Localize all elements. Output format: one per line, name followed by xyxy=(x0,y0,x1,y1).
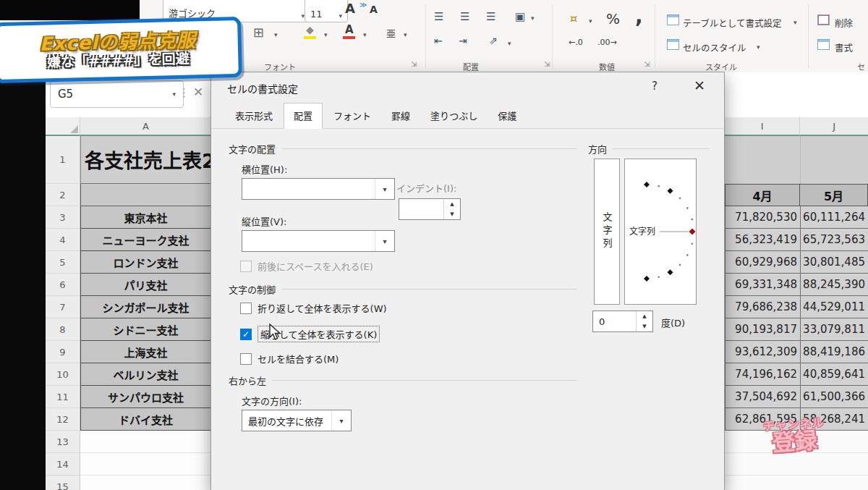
chevron-down-icon[interactable]: ▾ xyxy=(531,14,535,22)
percent-style-icon[interactable]: % xyxy=(606,10,620,28)
chevron-down-icon[interactable]: ▾ xyxy=(331,410,351,431)
row-number[interactable]: 1 xyxy=(46,136,80,184)
value-cell[interactable]: 90,193,817 xyxy=(725,318,800,341)
increase-decimal-icon[interactable]: ←.0 xyxy=(569,38,583,47)
merge-center-icon[interactable]: ▣ xyxy=(515,10,525,23)
ruby-phonetic-icon[interactable]: 亜 xyxy=(386,26,396,40)
title-cell[interactable]: 各支社売上表2 xyxy=(80,136,211,184)
tab-protection[interactable]: 保護 xyxy=(488,104,526,128)
tab-border[interactable]: 罫線 xyxy=(382,104,420,128)
empty-cell[interactable] xyxy=(725,476,800,490)
row-number[interactable]: 12 xyxy=(46,408,80,431)
chevron-down-icon[interactable]: ▾ xyxy=(363,31,367,38)
format-as-table-button[interactable]: テーブルとして書式設定 xyxy=(683,16,781,30)
vertical-text-preview[interactable]: 文字列 xyxy=(594,159,620,305)
tab-fill[interactable]: 塗りつぶし xyxy=(421,104,487,128)
indent-stepper[interactable]: ▲▼ xyxy=(399,198,461,220)
company-cell[interactable]: ベルリン支社 xyxy=(80,363,211,386)
value-cell[interactable]: 93,612,309 xyxy=(725,341,800,363)
name-box[interactable]: G5 ▾ xyxy=(50,80,184,108)
tab-number-format[interactable]: 表示形式 xyxy=(226,104,282,128)
chevron-down-icon[interactable]: ▾ xyxy=(375,179,394,199)
company-cell[interactable]: パリ支社 xyxy=(80,274,211,296)
degrees-stepper[interactable]: 0 ▲▼ xyxy=(592,311,653,332)
chevron-down-icon[interactable]: ▾ xyxy=(757,43,760,51)
row-number[interactable]: 6 xyxy=(46,274,80,296)
row-number[interactable]: 2 xyxy=(46,184,80,206)
column-header-a[interactable]: A xyxy=(80,117,211,136)
checkbox-unchecked-icon[interactable] xyxy=(240,261,252,272)
fill-color-icon[interactable]: ◆ xyxy=(306,24,314,35)
title-band-cell[interactable] xyxy=(725,136,800,184)
tab-font[interactable]: フォント xyxy=(324,104,380,128)
value-cell[interactable]: 60,929,968 xyxy=(725,251,800,274)
spin-down-icon[interactable]: ▼ xyxy=(637,321,652,331)
column-header-j[interactable]: J xyxy=(800,117,868,136)
font-color-icon[interactable]: A xyxy=(345,23,354,36)
month-header-cell[interactable]: 5月 xyxy=(800,184,868,206)
row-number[interactable]: 4 xyxy=(46,229,80,251)
cancel-icon[interactable]: ✕ xyxy=(193,85,203,99)
help-button[interactable]: ? xyxy=(652,80,658,93)
header-cell[interactable] xyxy=(80,184,211,206)
value-cell[interactable]: 61,500,366 xyxy=(800,386,868,408)
empty-cell[interactable] xyxy=(80,476,211,490)
month-header-cell[interactable]: 4月 xyxy=(725,184,800,206)
tab-alignment[interactable]: 配置 xyxy=(284,103,323,129)
text-direction-select[interactable]: 最初の文字に依存 ▾ xyxy=(242,410,352,431)
increase-indent-icon[interactable]: ⇥ xyxy=(459,35,467,46)
company-cell[interactable]: ロンドン支社 xyxy=(80,251,211,274)
checkbox-checked-icon[interactable] xyxy=(240,329,252,340)
row-number[interactable]: 9 xyxy=(46,341,80,363)
company-cell[interactable]: 上海支社 xyxy=(80,341,211,363)
value-cell[interactable]: 74,196,162 xyxy=(725,363,800,386)
decrease-decimal-icon[interactable]: .00→ xyxy=(597,38,617,47)
row-number[interactable]: 5 xyxy=(46,251,80,274)
spin-down-icon[interactable]: ▼ xyxy=(444,209,460,219)
value-cell[interactable]: 88,419,186 xyxy=(800,341,868,363)
dialog-launcher-icon[interactable]: ⇲ xyxy=(644,60,650,68)
company-cell[interactable]: ニューヨーク支社 xyxy=(80,229,211,251)
chevron-down-icon[interactable]: ▾ xyxy=(274,31,278,38)
column-header-i[interactable]: I xyxy=(725,117,800,136)
row-number[interactable]: 7 xyxy=(46,296,80,318)
delete-button[interactable]: 削除 xyxy=(835,16,853,30)
vertical-select[interactable]: ▾ xyxy=(242,230,395,252)
spin-up-icon[interactable]: ▲ xyxy=(637,311,652,321)
empty-cell[interactable] xyxy=(800,476,868,490)
dialog-launcher-icon[interactable]: ⇲ xyxy=(544,60,550,68)
title-band-cell[interactable] xyxy=(800,136,868,184)
close-icon[interactable]: ✕ xyxy=(694,77,705,93)
company-cell[interactable]: シドニー支社 xyxy=(80,318,211,341)
row-number[interactable]: 8 xyxy=(46,318,80,341)
value-cell[interactable]: 60,111,264 xyxy=(800,206,868,229)
company-cell[interactable]: 東京本社 xyxy=(80,206,211,229)
chevron-down-icon[interactable]: ▾ xyxy=(404,31,407,38)
value-cell[interactable]: 71,820,530 xyxy=(725,206,800,229)
value-cell[interactable]: 33,079,811 xyxy=(800,318,868,341)
company-cell[interactable]: シンガポール支社 xyxy=(80,296,211,318)
font-size-select[interactable]: 11 ▾ xyxy=(305,0,348,22)
value-cell[interactable]: 69,331,348 xyxy=(725,274,800,296)
comma-style-icon[interactable]: , xyxy=(635,4,643,28)
value-cell[interactable]: 37,504,692 xyxy=(725,386,800,408)
value-cell[interactable]: 40,859,641 xyxy=(800,363,868,386)
currency-format-icon[interactable]: ¤ xyxy=(570,12,577,25)
orientation-gauge[interactable]: 文字列 xyxy=(624,159,697,305)
checkbox-unchecked-icon[interactable] xyxy=(240,303,252,314)
company-cell[interactable]: サンパウロ支社 xyxy=(80,386,211,408)
chevron-down-icon[interactable]: ▾ xyxy=(508,40,511,47)
row-number[interactable]: 15 xyxy=(46,476,80,490)
select-all-corner[interactable] xyxy=(46,117,80,136)
empty-cell[interactable] xyxy=(800,453,868,476)
empty-cell[interactable] xyxy=(725,453,800,476)
chevron-down-icon[interactable]: ▾ xyxy=(589,17,592,25)
chevron-down-icon[interactable]: ▾ xyxy=(375,231,394,251)
orientation-icon[interactable]: ⇗ xyxy=(489,35,498,46)
row-number[interactable]: 13 xyxy=(46,431,80,453)
align-center-icon[interactable]: ☰ xyxy=(460,10,469,23)
spin-up-icon[interactable]: ▲ xyxy=(444,199,460,209)
value-cell[interactable]: 56,323,419 xyxy=(725,229,800,251)
value-cell[interactable]: 79,686,238 xyxy=(725,296,800,318)
row-number[interactable]: 10 xyxy=(46,363,80,386)
